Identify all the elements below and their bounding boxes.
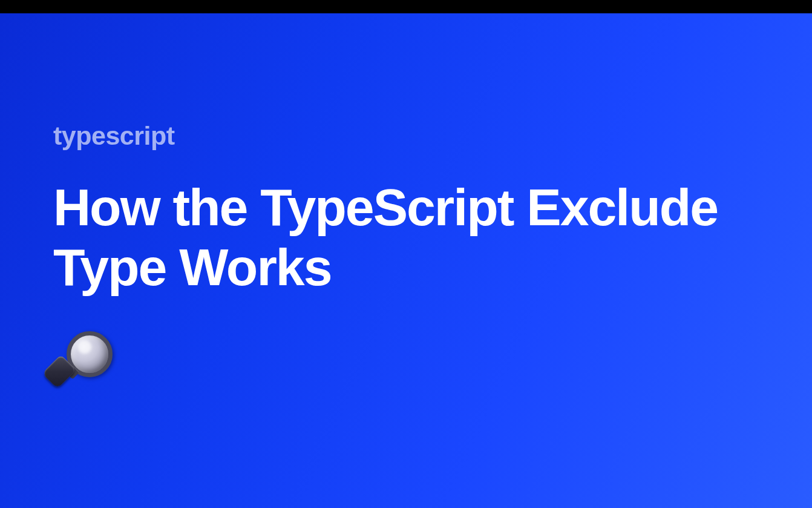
magnifying-glass-icon bbox=[53, 331, 120, 398]
top-black-bar bbox=[0, 0, 812, 13]
hero-banner: typescript How the TypeScript Exclude Ty… bbox=[0, 13, 812, 508]
decorative-icon-container bbox=[53, 331, 759, 400]
article-title: How the TypeScript Exclude Type Works bbox=[53, 177, 759, 297]
category-label: typescript bbox=[53, 121, 759, 151]
